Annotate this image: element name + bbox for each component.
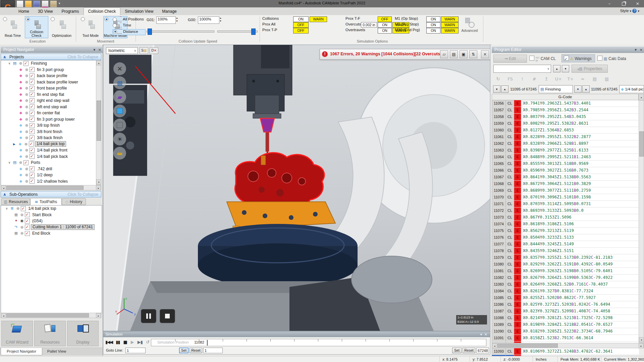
m1-op-stop--warn-button[interactable]: WARN xyxy=(441,16,459,22)
panel-dropdown-icon[interactable]: ▾ xyxy=(93,47,95,53)
tree-item--742-drill[interactable]: ◆●.742 drill xyxy=(1,166,96,172)
gcode-row-11090[interactable]: 11090CLEX0.8182Y0.3285Z1.5223B2.3734C-68… xyxy=(492,328,639,335)
gcode-row-11088[interactable]: 11088CLEX0.8214Y0.3281Z1.5213B1.7325C-72… xyxy=(492,315,639,321)
tab-project-navigator[interactable]: Project Navigator xyxy=(1,348,42,355)
gcode-list[interactable]: 11056CLEX0.7941Y0.2963Z1.5437B3.44011105… xyxy=(492,100,639,362)
visibility-icon[interactable]: ● xyxy=(24,110,30,116)
visibility-icon[interactable]: ● xyxy=(24,116,30,123)
stop-button[interactable]: ■ xyxy=(123,340,127,345)
tree-item-fin-3-port-group[interactable]: ◆●fin 3 port group xyxy=(1,67,96,73)
ribbon-tab-simulation-view[interactable]: Simulation View xyxy=(120,8,158,15)
radio-all-positions[interactable]: All Positions xyxy=(113,17,145,22)
scroll-up-icon[interactable]: ▴ xyxy=(96,60,101,65)
overcuts-on-button[interactable]: ON xyxy=(378,22,392,28)
viewport-stop-button[interactable] xyxy=(160,309,175,323)
wireframe-view-icon[interactable] xyxy=(113,119,126,131)
tree-item-fin-center-flat[interactable]: ◆●fin center flat xyxy=(1,110,96,116)
collision-check-radio[interactable] xyxy=(26,17,30,21)
clear-errors-button[interactable]: ▱ xyxy=(440,50,448,58)
copy-log-button[interactable]: ▣ xyxy=(460,50,468,58)
gcode-row-11076[interactable]: 11076CLEX0.8504Y0.3233Z1.5133 xyxy=(492,234,639,241)
advanced-button[interactable]: Advanced xyxy=(459,16,480,33)
gcode-row-11065[interactable]: 11065CLEX0.8555Y0.3013Z1.518B0.9569 xyxy=(492,161,639,167)
item-checkbox[interactable] xyxy=(30,166,35,171)
gcode-row-11071[interactable]: 11071CLEX0.8703Y0.3114Z1.5095B0.0731 xyxy=(492,201,639,207)
visibility-icon[interactable]: ● xyxy=(24,79,30,85)
save-view-button[interactable]: S▨ xyxy=(140,47,148,54)
gcode-row-11086[interactable]: 11086CLEX0.825Y0.3273Z1.5203B1.0242C-76.… xyxy=(492,301,639,308)
item-checkbox[interactable] xyxy=(21,206,26,211)
tree-item-finishing[interactable]: ∨▤●Finishing xyxy=(1,60,96,67)
tree-item-1-4-ball-pick-top[interactable]: ▶◆●1/4 ball pick top xyxy=(1,141,96,147)
gcode-row-11077[interactable]: 11077CLEX0.8444Y0.3245Z1.5149 xyxy=(492,241,639,248)
scroll-down-icon[interactable]: ▾ xyxy=(639,337,644,342)
machine-simulation-viewport[interactable]: Isometric ∨ S▨ D✕ ✕ ▦ ▰ ☀ ▬ ! 1067 Error… xyxy=(103,45,490,331)
slider-cursor[interactable] xyxy=(207,340,208,346)
visibility-icon[interactable]: ● xyxy=(24,154,30,160)
edit-log-button[interactable]: ▤ xyxy=(450,50,458,58)
gcode-row-11070[interactable]: 11070CLEX0.8701Y0.3096Z1.5101B0.1598 xyxy=(492,194,639,201)
item-checkbox[interactable] xyxy=(30,111,35,116)
tree-item-fin-3-port-group-lower[interactable]: ◆●fin 3 port group lower xyxy=(1,116,96,123)
step-button[interactable]: ▶▮ xyxy=(138,340,143,345)
save-icon[interactable] xyxy=(34,1,40,7)
scroll-thumb[interactable] xyxy=(6,313,89,317)
item-checkbox[interactable] xyxy=(30,129,35,134)
visibility-icon[interactable]: ● xyxy=(24,122,30,129)
machine-mode-radio[interactable] xyxy=(104,17,108,21)
report-icon[interactable] xyxy=(42,1,48,8)
gcode-scroll-up-icon[interactable]: ▴ xyxy=(639,94,644,100)
project-tree-hscrollbar[interactable]: ◂ ▸ xyxy=(1,185,101,190)
tree-item-1-4-ball-pick-front[interactable]: ◆●1/4 ball pick front xyxy=(1,147,96,154)
g01-slider-thumb[interactable] xyxy=(148,28,152,35)
panel-close-icon[interactable]: × xyxy=(484,331,487,337)
insert-t-icon[interactable]: T+ xyxy=(566,75,575,83)
search-combo[interactable]: ∨ xyxy=(493,65,551,73)
measure-icon[interactable]: ▬ xyxy=(113,147,126,160)
item-checkbox[interactable] xyxy=(30,117,35,122)
end-line-input[interactable]: 67248 xyxy=(476,348,489,353)
gcode-row-11067[interactable]: 11067CLEX0.8641Y0.3045Z1.5138B0.5563 xyxy=(492,174,639,181)
gcode-row-11085[interactable]: 11085CLEX0.8255Z1.5202B0.8622C-77.5927 xyxy=(492,295,639,301)
calc-data-checkbox[interactable]: ▦ Calc Data xyxy=(597,55,626,63)
item-checkbox[interactable] xyxy=(23,160,29,165)
radio-dot[interactable] xyxy=(113,17,117,21)
help-icon[interactable]: ? xyxy=(632,9,637,13)
panel-dropdown-icon[interactable]: ▾ xyxy=(635,47,637,53)
gcode-row-11059[interactable]: 11059CLEX0.8082Y0.295Z1.5382B2.8631 xyxy=(492,120,639,127)
item-checkbox[interactable] xyxy=(25,225,30,230)
scroll-thumb[interactable] xyxy=(6,186,84,190)
g01-slider[interactable] xyxy=(147,31,214,33)
panel-close-icon[interactable]: × xyxy=(98,47,101,53)
properties-button[interactable]: ◂▦ Properties xyxy=(572,65,608,73)
refresh-icon[interactable]: ↻ xyxy=(494,75,502,83)
scroll-thumb[interactable] xyxy=(497,344,558,348)
item-checkbox[interactable] xyxy=(30,148,35,153)
qat-dropdown-icon[interactable]: ▾ xyxy=(59,1,60,8)
tree-item-3-8-top-finish[interactable]: ◆●3/8 top finish xyxy=(1,122,96,129)
item-checkbox[interactable] xyxy=(30,104,35,109)
gcode-row-11068[interactable]: 11068CLEX0.8672Y0.3064Z1.5121B0.3829 xyxy=(492,181,639,187)
visibility-icon[interactable]: ● xyxy=(23,141,29,147)
gcode-row-11089[interactable]: 11089CLEX0.8198Y0.3284Z1.5218B2.0541C-70… xyxy=(492,321,639,328)
item-checkbox[interactable] xyxy=(30,123,35,128)
g00-input[interactable]: 1000% xyxy=(198,16,219,24)
ribbon-tab-manage[interactable]: Manage xyxy=(158,8,181,15)
item-checkbox[interactable] xyxy=(30,179,35,184)
optimization-radio[interactable] xyxy=(51,17,55,21)
tab-history[interactable]: ◇History xyxy=(62,198,86,205)
open-file-icon[interactable] xyxy=(25,1,32,7)
item-checkbox[interactable] xyxy=(25,231,30,236)
gcode-row-11091[interactable]: 11091CLEX0.8158Z1.523B2.7913C-66.3614 xyxy=(492,335,639,342)
import-icon[interactable] xyxy=(50,1,57,7)
visibility-icon[interactable]: ● xyxy=(24,172,30,178)
visibility-icon[interactable]: ● xyxy=(19,230,25,237)
radio-time[interactable]: Time xyxy=(113,23,145,28)
calc-data-box[interactable] xyxy=(597,56,602,61)
tree-item-left-end-step-wall[interactable]: ◆●left end step wall xyxy=(1,104,96,110)
search-up-button[interactable]: ▴ xyxy=(553,65,560,72)
real-time-button[interactable]: Real-Time xyxy=(2,16,23,38)
gcode-hscrollbar[interactable]: ◂ ▸ xyxy=(492,343,644,348)
prox-t-f-off-button[interactable]: OFF xyxy=(378,16,392,22)
optimization-button[interactable]: Optimization xyxy=(50,16,74,38)
